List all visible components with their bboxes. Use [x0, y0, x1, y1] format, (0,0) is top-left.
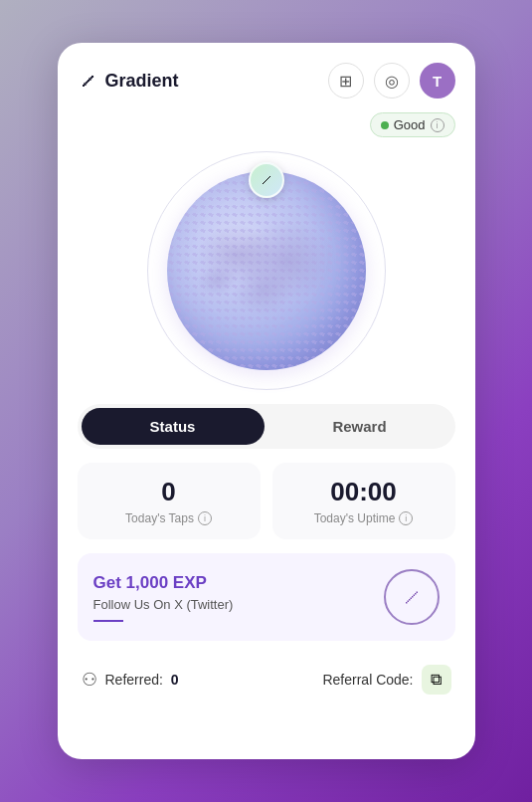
copy-icon: ⧉: [431, 671, 442, 689]
promo-icon: ⟋: [384, 569, 440, 625]
taps-label: Today's Taps i: [125, 511, 212, 525]
avatar-letter: T: [433, 73, 442, 90]
globe-outer: ⟋: [147, 151, 386, 390]
header-actions: ⊞ ◎ T: [328, 63, 455, 99]
referral-label: Referral Code:: [322, 672, 413, 688]
grid-icon: ⊞: [339, 72, 352, 91]
referred-section: ⚇ Referred: 0: [82, 669, 179, 691]
status-dot: [381, 121, 389, 129]
badge-icon: ⟋: [259, 171, 274, 189]
globe-container: ⟋: [78, 151, 455, 390]
status-label: Good: [394, 117, 426, 132]
uptime-label: Today's Uptime i: [314, 511, 414, 525]
main-card: ⟋ Gradient ⊞ ◎ T Good i: [58, 43, 475, 759]
stat-uptime: 00:00 Today's Uptime i: [272, 463, 455, 539]
promo-gradient-icon: ⟋: [400, 583, 424, 611]
promo-subtitle: Follow Us On X (Twitter): [93, 597, 234, 612]
person-icon: ⚇: [82, 669, 97, 691]
tab-reward[interactable]: Reward: [268, 408, 451, 445]
target-button[interactable]: ◎: [374, 63, 410, 99]
status-badge: Good i: [370, 112, 455, 137]
taps-value: 0: [161, 477, 175, 507]
referred-label: Referred:: [105, 672, 163, 688]
taps-info-icon[interactable]: i: [198, 511, 212, 525]
promo-line: [93, 620, 123, 622]
footer: ⚇ Referred: 0 Referral Code: ⧉: [78, 655, 455, 699]
referral-section: Referral Code: ⧉: [322, 665, 450, 695]
app-name: Gradient: [105, 71, 179, 92]
tab-status[interactable]: Status: [82, 408, 265, 445]
stat-taps: 0 Today's Taps i: [78, 463, 261, 539]
promo-card[interactable]: Get 1,000 EXP Follow Us On X (Twitter) ⟋: [78, 553, 455, 641]
status-bar: Good i: [78, 112, 455, 137]
referred-value: 0: [171, 672, 179, 688]
logo-area: ⟋ Gradient: [78, 70, 179, 93]
uptime-value: 00:00: [330, 477, 397, 507]
target-icon: ◎: [385, 72, 399, 91]
stats-row: 0 Today's Taps i 00:00 Today's Uptime i: [78, 463, 455, 539]
avatar[interactable]: T: [420, 63, 455, 99]
logo-icon: ⟋: [78, 70, 97, 93]
status-info-icon[interactable]: i: [431, 118, 444, 132]
gradient-badge[interactable]: ⟋: [249, 162, 284, 198]
globe: [167, 171, 366, 370]
promo-text: Get 1,000 EXP Follow Us On X (Twitter): [93, 573, 234, 622]
globe-map: [167, 171, 366, 370]
uptime-info-icon[interactable]: i: [399, 511, 413, 525]
tab-bar: Status Reward: [78, 404, 455, 449]
grid-button[interactable]: ⊞: [328, 63, 364, 99]
header: ⟋ Gradient ⊞ ◎ T: [78, 63, 455, 99]
promo-title: Get 1,000 EXP: [93, 573, 234, 593]
copy-referral-button[interactable]: ⧉: [422, 665, 451, 695]
